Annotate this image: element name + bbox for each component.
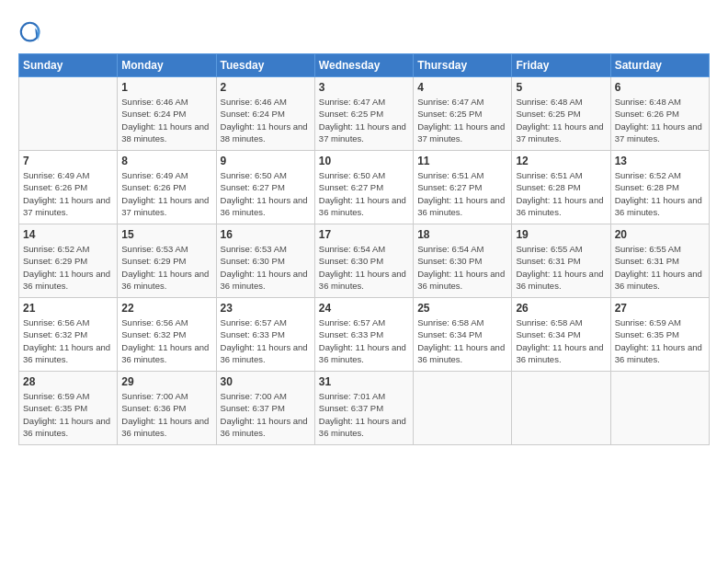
day-cell: 16Sunrise: 6:53 AM Sunset: 6:30 PM Dayli… [216,224,314,298]
calendar-header: SundayMondayTuesdayWednesdayThursdayFrid… [19,54,710,77]
day-cell: 11Sunrise: 6:51 AM Sunset: 6:27 PM Dayli… [414,151,512,224]
day-cell: 13Sunrise: 6:52 AM Sunset: 6:28 PM Dayli… [610,151,709,224]
week-row-5: 28Sunrise: 6:59 AM Sunset: 6:35 PM Dayli… [19,372,710,445]
day-cell: 2Sunrise: 6:46 AM Sunset: 6:24 PM Daylig… [216,77,314,151]
day-cell: 30Sunrise: 7:00 AM Sunset: 6:37 PM Dayli… [216,372,314,445]
week-row-4: 21Sunrise: 6:56 AM Sunset: 6:32 PM Dayli… [19,298,710,372]
day-cell [610,372,709,445]
day-info: Sunrise: 6:58 AM Sunset: 6:34 PM Dayligh… [417,316,507,365]
day-number: 14 [23,228,113,241]
day-cell: 6Sunrise: 6:48 AM Sunset: 6:26 PM Daylig… [610,77,709,151]
day-info: Sunrise: 6:54 AM Sunset: 6:30 PM Dayligh… [319,243,409,292]
day-cell: 7Sunrise: 6:49 AM Sunset: 6:26 PM Daylig… [19,151,118,224]
calendar-body: 1Sunrise: 6:46 AM Sunset: 6:24 PM Daylig… [19,77,710,445]
day-number: 26 [516,302,606,315]
day-cell: 5Sunrise: 6:48 AM Sunset: 6:25 PM Daylig… [512,77,610,151]
day-cell: 24Sunrise: 6:57 AM Sunset: 6:33 PM Dayli… [314,298,413,372]
day-info: Sunrise: 6:47 AM Sunset: 6:25 PM Dayligh… [417,96,507,144]
logo [18,20,48,46]
day-number: 10 [319,155,409,167]
day-cell: 18Sunrise: 6:54 AM Sunset: 6:30 PM Dayli… [414,224,512,298]
header-cell-monday: Monday [118,54,216,77]
day-cell [414,372,512,445]
day-info: Sunrise: 7:00 AM Sunset: 6:36 PM Dayligh… [121,390,211,439]
day-cell: 26Sunrise: 6:58 AM Sunset: 6:34 PM Dayli… [512,298,610,372]
header-cell-tuesday: Tuesday [216,54,314,77]
day-info: Sunrise: 6:47 AM Sunset: 6:25 PM Dayligh… [319,96,409,144]
day-number: 17 [319,228,409,241]
day-number: 4 [417,81,507,94]
header-cell-wednesday: Wednesday [314,54,413,77]
week-row-2: 7Sunrise: 6:49 AM Sunset: 6:26 PM Daylig… [19,151,710,224]
day-number: 20 [615,228,705,241]
day-number: 6 [615,81,705,94]
header-cell-sunday: Sunday [19,54,118,77]
day-number: 31 [319,375,409,388]
day-cell: 10Sunrise: 6:50 AM Sunset: 6:27 PM Dayli… [314,151,413,224]
day-cell: 12Sunrise: 6:51 AM Sunset: 6:28 PM Dayli… [512,151,610,224]
day-cell: 21Sunrise: 6:56 AM Sunset: 6:32 PM Dayli… [19,298,118,372]
day-info: Sunrise: 6:50 AM Sunset: 6:27 PM Dayligh… [319,169,409,218]
day-cell: 8Sunrise: 6:49 AM Sunset: 6:26 PM Daylig… [118,151,216,224]
day-number: 1 [121,81,211,94]
day-cell: 17Sunrise: 6:54 AM Sunset: 6:30 PM Dayli… [314,224,413,298]
day-info: Sunrise: 6:51 AM Sunset: 6:28 PM Dayligh… [516,169,606,218]
day-cell: 28Sunrise: 6:59 AM Sunset: 6:35 PM Dayli… [19,372,118,445]
day-info: Sunrise: 6:52 AM Sunset: 6:28 PM Dayligh… [615,169,705,218]
day-number: 23 [221,302,311,315]
day-cell: 22Sunrise: 6:56 AM Sunset: 6:32 PM Dayli… [118,298,216,372]
day-cell: 1Sunrise: 6:46 AM Sunset: 6:24 PM Daylig… [118,77,216,151]
day-number: 22 [121,302,211,315]
day-info: Sunrise: 6:54 AM Sunset: 6:30 PM Dayligh… [417,243,507,292]
day-info: Sunrise: 6:51 AM Sunset: 6:27 PM Dayligh… [417,169,507,218]
day-info: Sunrise: 6:46 AM Sunset: 6:24 PM Dayligh… [221,96,311,144]
day-number: 21 [23,302,113,315]
day-info: Sunrise: 6:53 AM Sunset: 6:29 PM Dayligh… [121,243,211,292]
day-cell: 9Sunrise: 6:50 AM Sunset: 6:27 PM Daylig… [216,151,314,224]
day-cell: 15Sunrise: 6:53 AM Sunset: 6:29 PM Dayli… [118,224,216,298]
header-cell-thursday: Thursday [414,54,512,77]
day-number: 29 [121,375,211,388]
day-number: 28 [23,375,113,388]
day-info: Sunrise: 6:58 AM Sunset: 6:34 PM Dayligh… [516,316,606,365]
day-info: Sunrise: 6:49 AM Sunset: 6:26 PM Dayligh… [121,169,211,218]
day-number: 2 [221,81,311,94]
day-number: 12 [516,155,606,167]
header [18,17,710,46]
day-number: 3 [319,81,409,94]
day-cell: 19Sunrise: 6:55 AM Sunset: 6:31 PM Dayli… [512,224,610,298]
day-info: Sunrise: 7:01 AM Sunset: 6:37 PM Dayligh… [319,390,409,439]
day-cell: 14Sunrise: 6:52 AM Sunset: 6:29 PM Dayli… [19,224,118,298]
day-info: Sunrise: 7:00 AM Sunset: 6:37 PM Dayligh… [221,390,311,439]
day-info: Sunrise: 6:59 AM Sunset: 6:35 PM Dayligh… [23,390,113,439]
day-info: Sunrise: 6:55 AM Sunset: 6:31 PM Dayligh… [615,243,705,292]
day-number: 5 [516,81,606,94]
day-cell: 27Sunrise: 6:59 AM Sunset: 6:35 PM Dayli… [610,298,709,372]
day-info: Sunrise: 6:52 AM Sunset: 6:29 PM Dayligh… [23,243,113,292]
header-cell-saturday: Saturday [610,54,709,77]
day-info: Sunrise: 6:48 AM Sunset: 6:26 PM Dayligh… [615,96,705,144]
day-number: 19 [516,228,606,241]
day-number: 8 [121,155,211,167]
day-cell: 25Sunrise: 6:58 AM Sunset: 6:34 PM Dayli… [414,298,512,372]
day-cell: 3Sunrise: 6:47 AM Sunset: 6:25 PM Daylig… [314,77,413,151]
week-row-1: 1Sunrise: 6:46 AM Sunset: 6:24 PM Daylig… [19,77,710,151]
calendar-table: SundayMondayTuesdayWednesdayThursdayFrid… [18,53,710,445]
header-cell-friday: Friday [512,54,610,77]
day-cell [512,372,610,445]
day-number: 27 [615,302,705,315]
day-cell: 20Sunrise: 6:55 AM Sunset: 6:31 PM Dayli… [610,224,709,298]
day-info: Sunrise: 6:50 AM Sunset: 6:27 PM Dayligh… [221,169,311,218]
day-info: Sunrise: 6:46 AM Sunset: 6:24 PM Dayligh… [121,96,211,144]
day-info: Sunrise: 6:56 AM Sunset: 6:32 PM Dayligh… [23,316,113,365]
page: SundayMondayTuesdayWednesdayThursdayFrid… [0,0,728,563]
day-info: Sunrise: 6:57 AM Sunset: 6:33 PM Dayligh… [319,316,409,365]
day-cell [19,77,118,151]
day-number: 15 [121,228,211,241]
day-info: Sunrise: 6:59 AM Sunset: 6:35 PM Dayligh… [615,316,705,365]
day-info: Sunrise: 6:56 AM Sunset: 6:32 PM Dayligh… [121,316,211,365]
day-number: 16 [221,228,311,241]
day-number: 7 [23,155,113,167]
logo-icon [18,20,44,46]
day-number: 13 [615,155,705,167]
